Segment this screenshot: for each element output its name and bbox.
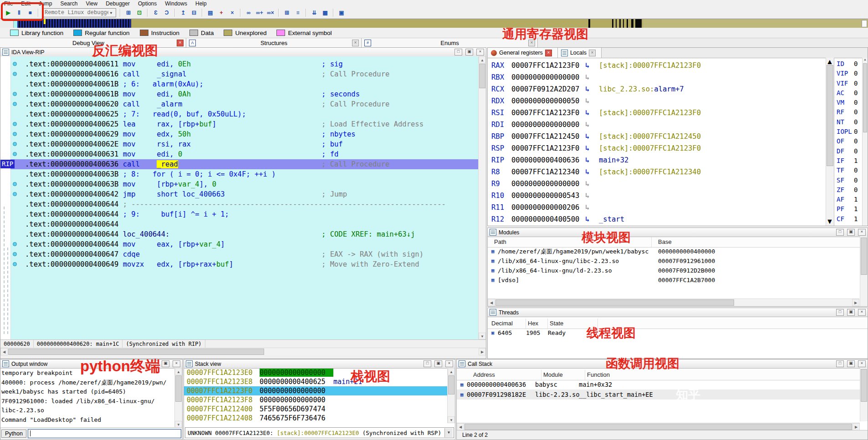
modules-hscrollbar[interactable]: ◀ ▶ [488, 298, 859, 306]
module-row[interactable]: ▦[vdso]00007FFC1A2B7000 [488, 275, 859, 285]
float-icon[interactable]: ▣ [847, 229, 855, 236]
open-threads-view-icon[interactable]: ▦ [320, 8, 330, 17]
delete-breakpoint-icon[interactable]: × [227, 8, 237, 17]
flag-row[interactable]: VM0 [834, 99, 862, 108]
call-stack-row[interactable]: ▦00007F091298182Elibc-2.23.so__libc_star… [457, 389, 860, 400]
scroll-right-icon[interactable]: ▶ [479, 348, 486, 355]
run-to-cursor-icon[interactable]: ⊟ [189, 8, 199, 17]
open-desktop-icon[interactable]: ▣ [337, 8, 347, 17]
flags-vscrollbar[interactable]: ▲ [862, 58, 868, 226]
disasm-line[interactable]: RIP.text:0000000000400636 call _read; Ca… [0, 159, 478, 169]
disasm-line[interactable]: .text:000000000040061B ; 6: alarm(0xAu); [0, 79, 478, 89]
step-over-icon[interactable]: Ɔ [162, 8, 172, 17]
scroll-thumb[interactable] [495, 299, 734, 306]
scroll-left-icon[interactable]: ◀ [457, 423, 464, 430]
stack-row[interactable]: 00007FFC1A2123E80000000000400625main+21 [184, 377, 447, 386]
flag-row[interactable]: VIP0 [834, 70, 862, 79]
breakpoint-icon[interactable] [13, 182, 17, 186]
delete-watch-icon[interactable]: ∞× [266, 8, 276, 17]
breakpoint-icon[interactable] [13, 252, 17, 256]
register-row[interactable]: R1300007FFC1A212530↳[stack]:00007FFC1A21… [488, 225, 826, 226]
register-row[interactable]: RBX0000000000000000↳ [488, 71, 826, 83]
register-row[interactable]: R100000000000000543↳ [488, 190, 826, 202]
disasm-line[interactable]: .text:0000000000400644 ; ---------------… [0, 199, 478, 209]
modules-column-header[interactable]: Path Base [488, 237, 868, 248]
vertical-splitter[interactable] [455, 359, 456, 440]
disasm-line[interactable]: .text:0000000000400616 call _signal; Cal… [0, 69, 478, 79]
breakpoint-icon[interactable] [13, 152, 17, 156]
open-hex-view-icon[interactable]: ≡ [293, 8, 303, 17]
scroll-thumb[interactable] [861, 369, 867, 402]
register-row[interactable]: RCX00007F0912A2D207↳libc_2.23.so:alarm+7 [488, 83, 826, 95]
disasm-line[interactable]: .text:0000000000400629 mov edx, 50h; nby… [0, 129, 478, 139]
disassembly-lines[interactable]: .text:0000000000400611 mov edi, 0Eh; sig… [0, 59, 478, 269]
float-icon[interactable]: ▣ [162, 360, 169, 367]
call-stack-hscrollbar[interactable]: ◀ ▶ [457, 423, 860, 430]
watch-list-icon[interactable]: ∞ [244, 8, 254, 17]
python-command-input[interactable] [28, 429, 181, 438]
scroll-right-icon[interactable]: ▶ [853, 423, 860, 430]
disasm-line[interactable]: .text:0000000000400647 cdqe; EAX -> RAX … [0, 249, 478, 259]
registers-vscrollbar[interactable]: ▲ ▼ [826, 58, 834, 226]
modules-vscrollbar[interactable] [860, 237, 868, 306]
refresh-memory-icon[interactable]: ⊞ [123, 8, 133, 17]
flag-row[interactable]: CF1 [834, 215, 862, 225]
call-stack-row[interactable]: ▦0000000000400636babyscmain+0x32 [457, 379, 860, 389]
chevron-down-icon[interactable]: ▼ [108, 11, 114, 15]
flag-row[interactable]: PF1 [834, 205, 862, 215]
register-list[interactable]: RAX00007FFC1A2123F0↳[stack]:00007FFC1A21… [488, 58, 826, 226]
python-prompt-button[interactable]: Python [1, 430, 26, 438]
breakpoint-icon[interactable] [13, 132, 17, 136]
column-hex[interactable]: Hex [526, 319, 548, 329]
float-icon[interactable]: ▣ [847, 309, 855, 316]
close-icon[interactable]: × [858, 360, 866, 367]
chevron-down-icon[interactable]: ▼ [444, 428, 453, 437]
disasm-line[interactable]: .text:0000000000400625 ; 7: read(0, buf,… [0, 109, 478, 119]
step-into-icon[interactable]: Ɛ [151, 8, 161, 17]
close-icon[interactable]: × [858, 229, 866, 236]
flag-row[interactable]: IF1 [834, 157, 862, 167]
scroll-thumb[interactable] [8, 349, 264, 355]
disasm-line[interactable]: .text:000000000040063B ; 8: for ( i = 0;… [0, 169, 478, 179]
menu-item-windows[interactable]: Windows [161, 0, 191, 7]
stack-row[interactable]: 00007FFC1A2123E00000000000000000 [184, 368, 447, 377]
register-row[interactable]: RBP00007FFC1A212450↳[stack]:00007FFC1A21… [488, 131, 826, 142]
disasm-line[interactable]: .text:000000000040061B mov edi, 0Ah; sec… [0, 89, 478, 99]
flag-row[interactable]: OF0 [834, 137, 862, 147]
stack-row[interactable]: 00007FFC1A2123F80000000000000000 [184, 395, 447, 405]
register-row[interactable]: RDI0000000000000000↳ [488, 119, 826, 131]
flag-row[interactable]: TF0 [834, 167, 862, 176]
open-ida-view-icon[interactable]: ⊞ [282, 8, 292, 17]
stack-title-bar[interactable]: Stack view □ ▣ × [184, 359, 455, 369]
disasm-line[interactable]: .text:0000000000400644 mov eax, [rbp+var… [0, 239, 478, 249]
float-icon[interactable]: ▣ [465, 49, 473, 56]
breakpoint-icon[interactable] [13, 142, 17, 146]
add-breakpoint-icon[interactable]: + [216, 8, 226, 17]
scroll-up-icon[interactable]: ▲ [479, 56, 486, 63]
flag-row[interactable]: ID0 [834, 60, 862, 70]
column-address[interactable]: Address [457, 370, 541, 380]
tab-general-registers[interactable]: General registers × [488, 48, 558, 58]
breakpoint-list-icon[interactable]: ▤ [205, 8, 215, 17]
close-icon[interactable]: × [445, 360, 453, 367]
tab-locals[interactable]: Locals × [558, 48, 602, 58]
flag-row[interactable]: SF0 [834, 177, 862, 186]
close-icon[interactable]: × [352, 40, 359, 46]
output-vscrollbar[interactable]: ▲ ▼ [174, 368, 182, 428]
flag-row[interactable]: AF1 [834, 196, 862, 205]
breakpoint-icon[interactable] [13, 262, 17, 266]
open-stack-view-icon[interactable]: ⇊ [309, 8, 319, 17]
disassembly-vscrollbar[interactable]: ▲ ▼ [478, 56, 486, 339]
close-icon[interactable]: × [177, 40, 184, 46]
breakpoint-icon[interactable] [13, 72, 17, 76]
disasm-line[interactable]: .text:0000000000400649 movzx edx, [rbp+r… [0, 259, 478, 269]
disasm-line[interactable]: .text:0000000000400644 loc_400644:; CODE… [0, 229, 478, 239]
tab-structures[interactable]: AStructures× [186, 38, 362, 48]
scroll-down-icon[interactable]: ▼ [826, 217, 834, 226]
register-row[interactable]: RSI00007FFC1A2123F0↳[stack]:00007FFC1A21… [488, 107, 826, 119]
maximize-icon[interactable]: □ [836, 360, 844, 367]
navigator-band[interactable] [0, 19, 868, 29]
scroll-left-icon[interactable]: ◀ [488, 299, 495, 306]
take-snapshot-icon[interactable]: ⊡ [134, 8, 144, 17]
module-row[interactable]: ▦/home/zeref/桌面/hgame2019/pwn/week1/baby… [488, 247, 859, 256]
